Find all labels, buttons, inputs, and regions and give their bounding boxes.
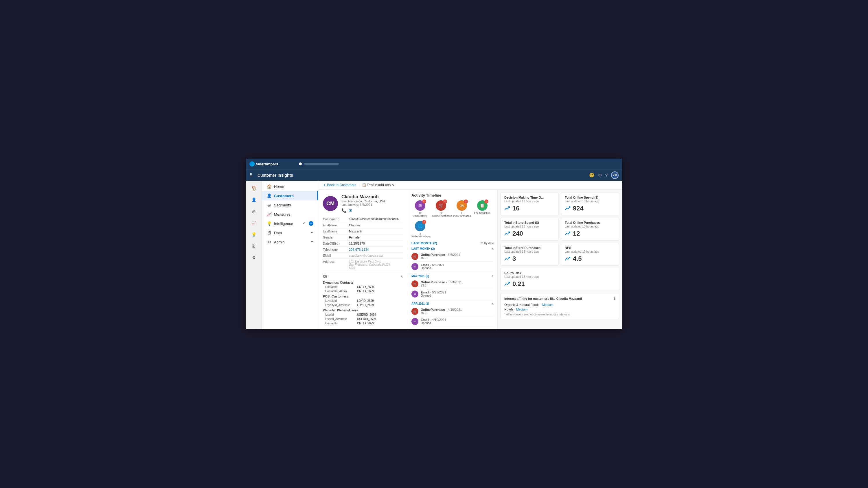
timeline-sort-button[interactable]: By date — [480, 242, 494, 245]
smiley-icon[interactable]: 🙂 — [589, 172, 595, 178]
sidebar-icon-data[interactable]: 🗄 — [249, 241, 259, 251]
timeline-item-content: OnlinePurchase - 6/6/2021 46.0 — [421, 253, 494, 260]
help-icon[interactable]: ? — [605, 172, 608, 177]
timeline-purchase-icon: 🛒 — [411, 308, 418, 315]
timeline-section-lastmonth: LAST MONTH (2) ∧ 🛒 OnlinePurchase - 6/6/… — [411, 246, 494, 272]
phone-icon[interactable]: 📞 — [341, 208, 346, 213]
sidebar-icon-segments[interactable]: ◎ — [249, 206, 259, 217]
addon-chevron-icon — [392, 184, 395, 187]
ids-section: Ids ∧ Dynamics: Contacts ContactId CNTID… — [323, 273, 403, 326]
field-firstname: FirstName Claudia — [323, 222, 403, 228]
ids-row: UserId USERID_2699 — [323, 313, 403, 317]
customer-profile-panel: CM Claudia Mazzanti San Francisco, Calif… — [318, 190, 408, 329]
profile-addons-icon: 📋 — [362, 183, 366, 187]
breadcrumb-separator: | — [359, 183, 359, 187]
nav-item-intelligence[interactable]: 💡 Intelligence ● — [262, 219, 318, 228]
interest-info-icon[interactable]: ℹ — [614, 296, 615, 301]
metrics-panel: Decision Making Time O... Last updated 1… — [498, 190, 622, 329]
activity-icon-email: ✉ 12 12 EmailActivity — [411, 200, 429, 218]
nav-item-customers-label: Customers — [274, 194, 294, 198]
activity-title: Activity Timeline — [411, 193, 494, 197]
collapse-apr-icon[interactable]: ∧ — [492, 302, 494, 305]
timeline-filter-row: LAST MONTH (2) By date — [411, 241, 494, 245]
user-avatar[interactable]: VM — [611, 171, 619, 179]
ids-row: ContactId CNTID_2699 — [323, 321, 403, 326]
nav-item-home[interactable]: 🏠 Home — [262, 182, 318, 191]
activity-icons-row: ✉ 12 12 EmailActivity 🛒 12 12 OnlinePurc… — [411, 200, 494, 238]
home-icon: 🏠 — [267, 184, 272, 189]
main-content: 🏠 👤 ◎ 📈 💡 🗄 ⚙ 🏠 Home 👤 Customers ◎ Segme… — [246, 181, 622, 329]
nav-item-measures[interactable]: 📈 Measures — [262, 209, 318, 219]
nav-item-data-label: Data — [274, 231, 282, 235]
settings-icon[interactable]: ⚙ — [598, 172, 602, 178]
trend-up-icon — [565, 206, 570, 211]
sidebar-icon-measures[interactable]: 📈 — [249, 218, 259, 228]
segments-icon: ◎ — [267, 203, 272, 207]
activity-icon-pos-purchases: 🛍 3 3 POSPurchases — [453, 200, 470, 218]
ids-row: LoyaltyId LOYID_2699 — [323, 299, 403, 303]
timeline-item-content: Email - 6/6/2021 Opened — [421, 263, 494, 270]
profile-header: CM Claudia Mazzanti San Francisco, Calif… — [323, 194, 403, 213]
timeline-filter-label[interactable]: LAST MONTH (2) — [411, 241, 437, 245]
metric-online-purchases: Total Online Purchases Last updated 13 h… — [561, 218, 619, 240]
customer-avatar: CM — [323, 196, 338, 211]
nav-item-customers[interactable]: 👤 Customers — [262, 191, 318, 200]
field-email: EMail claudia.m@outlook.com — [323, 253, 403, 259]
interest-affinity-card: Interest affinity for customers like Cla… — [500, 293, 619, 319]
nav-item-admin[interactable]: ⚙ Admin — [262, 237, 318, 247]
nav-item-segments-label: Segments — [274, 203, 291, 207]
sidebar-icon-admin[interactable]: ⚙ — [249, 252, 259, 263]
nav-item-intelligence-label: Intelligence — [274, 222, 293, 226]
customer-layout: CM Claudia Mazzanti San Francisco, Calif… — [318, 190, 622, 329]
nav-icons: 🙂 ⚙ ? VM — [589, 171, 619, 179]
interest-item-food: Organic & Natural Foods - Medium — [504, 303, 615, 306]
timeline-item: ✉ Email - 5/23/2021 Opened — [411, 289, 494, 299]
email-icon[interactable]: ✉ — [349, 208, 352, 213]
sidebar-icon-home[interactable]: 🏠 — [249, 183, 259, 193]
ids-pos-customers: POS: Customers LoyaltyId LOYID_2699 Loya… — [323, 295, 403, 307]
ids-collapse-icon[interactable]: ∧ — [400, 274, 403, 279]
ids-website-users: Website: WebsiteUsers UserId USERID_2699… — [323, 308, 403, 326]
ids-section-header[interactable]: Ids ∧ — [323, 273, 403, 280]
collapse-may-icon[interactable]: ∧ — [492, 274, 494, 278]
data-icon: 🗄 — [267, 230, 272, 235]
back-to-customers-link[interactable]: Back to Customers — [323, 183, 356, 187]
field-customerid: CustomerId 496b5f650ee3c5705ab1bfbd35b8d… — [323, 216, 403, 222]
trend-up-icon — [504, 206, 510, 211]
customer-location: San Francisco, California, USA — [341, 199, 385, 203]
timeline-period-may[interactable]: MAY 2021 (2) ∧ — [411, 273, 494, 279]
timeline-period-apr[interactable]: APR 2021 (2) ∧ — [411, 301, 494, 306]
customers-icon: 👤 — [267, 193, 272, 198]
nav-item-segments[interactable]: ◎ Segments — [262, 200, 318, 209]
collapse-lastmonth-icon[interactable]: ∧ — [492, 247, 494, 251]
field-dob: DateOfBirth 11/25/1979 — [323, 240, 403, 247]
nav-item-admin-label: Admin — [274, 240, 285, 244]
logo-icon — [249, 161, 255, 166]
sidebar-icon-intelligence[interactable]: 💡 — [249, 229, 259, 240]
hamburger-menu[interactable]: ⠿ — [249, 172, 253, 178]
field-gender: Gender Female — [323, 234, 403, 240]
timeline-section-may: MAY 2021 (2) ∧ 🛒 OnlinePurchase - 5/23/2… — [411, 273, 494, 299]
nav-bar: ⠿ Customer Insights 🙂 ⚙ ? VM — [246, 169, 622, 181]
admin-icon: ⚙ — [267, 240, 272, 244]
activity-icon-online-purchases: 🛒 12 12 OnlinePurchases — [432, 200, 450, 218]
timeline-item: 🛒 OnlinePurchase - 6/6/2021 46.0 — [411, 252, 494, 262]
nav-item-data[interactable]: 🗄 Data — [262, 228, 318, 237]
timeline-period-mar[interactable]: MAR 2021 (4) ∧ — [411, 328, 494, 329]
customer-fields: CustomerId 496b5f650ee3c5705ab1bfbd35b8d… — [323, 216, 403, 271]
progress-dot — [299, 162, 302, 165]
field-lastname: LastName Mazzanti — [323, 228, 403, 234]
left-nav: 🏠 Home 👤 Customers ◎ Segments 📈 Measures… — [262, 181, 318, 329]
measures-icon: 📈 — [267, 212, 272, 217]
progress-bar — [304, 163, 339, 165]
metric-total-online-spend: Total Online Spend ($) Last updated 13 h… — [561, 193, 619, 216]
profile-addons-link[interactable]: 📋 Profile add-ons — [362, 183, 395, 187]
timeline-purchase-icon: 🛒 — [411, 281, 418, 287]
sidebar-icon-customers[interactable]: 👤 — [249, 195, 259, 205]
field-telephone: Telephone 206-678-1234 — [323, 247, 403, 253]
timeline-period-lastmonth[interactable]: LAST MONTH (2) ∧ — [411, 246, 494, 252]
intelligence-badge: ● — [309, 221, 313, 226]
content-area: Back to Customers | 📋 Profile add-ons CM… — [318, 181, 622, 329]
timeline-section-mar: MAR 2021 (4) ∧ 🛒 OnlinePurchase - 3/24/2… — [411, 328, 494, 329]
trend-up-icon — [504, 231, 510, 236]
